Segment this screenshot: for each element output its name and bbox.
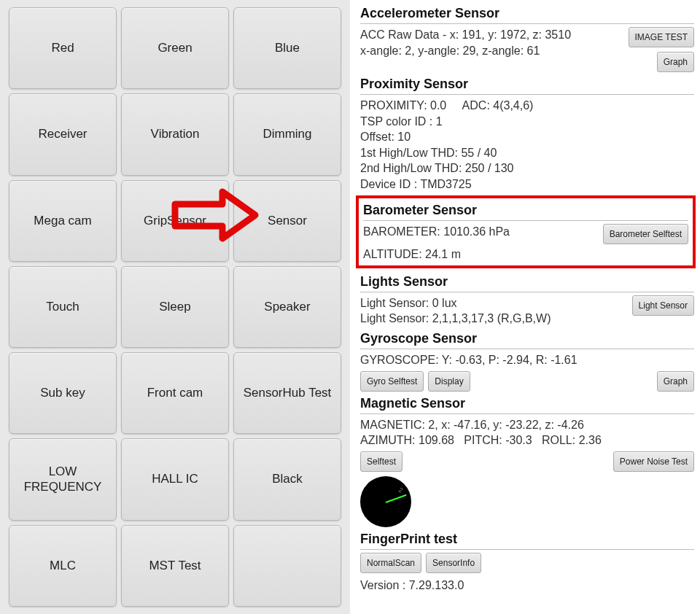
light-rgbw: Light Sensor: 2,1,1,3,17,3 (R,G,B,W) — [360, 311, 628, 327]
gyro-display-button[interactable]: Display — [428, 371, 470, 392]
accel-title: Accelerometer Sensor — [360, 4, 694, 22]
mag-value: MAGNETIC: 2, x: -47.16, y: -23.22, z: -4… — [360, 417, 694, 433]
light-section: Lights Sensor Light Sensor: 0 lux Light … — [360, 273, 694, 327]
finger-section: FingerPrint test NormalScan SensorInfo V… — [360, 530, 694, 594]
btn-label: Vibration — [151, 127, 200, 141]
btn-label: Speaker — [264, 300, 310, 314]
btn-label: Receiver — [38, 127, 87, 141]
barometer-selftest-button[interactable]: Barometer Selftest — [603, 224, 688, 244]
divider — [360, 23, 694, 24]
compass-icon: 2 — [360, 476, 411, 527]
btn-label: LOW FREQUENCY — [12, 465, 113, 494]
barometer-highlight: Barometer Sensor BAROMETER: 1010.36 hPa … — [356, 195, 696, 268]
gyro-title: Gyroscope Sensor — [360, 330, 694, 347]
accel-angle: x-angle: 2, y-angle: 29, z-angle: 61 — [360, 43, 624, 59]
grid-btn-touch[interactable]: Touch — [9, 266, 117, 348]
prox-thd1: 1st High/Low THD: 55 / 40 — [360, 145, 694, 161]
mag-section: Magnetic Sensor MAGNETIC: 2, x: -47.16, … — [360, 395, 694, 527]
grid-btn-frontcam[interactable]: Front cam — [121, 352, 229, 434]
light-title: Lights Sensor — [360, 273, 694, 290]
btn-label: Sleep — [159, 300, 190, 314]
grid-btn-vibration[interactable]: Vibration — [121, 93, 229, 175]
grid-btn-sensor[interactable]: Sensor — [233, 180, 341, 262]
btn-label: Blue — [275, 41, 300, 55]
prox-thd2: 2nd High/Low THD: 250 / 130 — [360, 160, 694, 176]
gyro-section: Gyroscope Sensor GYROSCOPE: Y: -0.63, P:… — [360, 330, 694, 392]
btn-label: MST Test — [149, 559, 201, 573]
prox-value: PROXIMITY: 0.0 ADC: 4(3,4,6) — [360, 98, 694, 114]
btn-label: Touch — [46, 300, 79, 314]
divider — [360, 292, 694, 292]
btn-label: Dimming — [262, 127, 311, 141]
normalscan-button[interactable]: NormalScan — [360, 553, 421, 573]
grid-btn-black[interactable]: Black — [233, 438, 341, 520]
grid-btn-lowfreq[interactable]: LOW FREQUENCY — [9, 438, 117, 520]
sensor-details-panel[interactable]: Accelerometer Sensor ACC Raw Data - x: 1… — [350, 0, 700, 614]
grid-btn-red[interactable]: Red — [9, 7, 117, 89]
btn-label: SensorHub Test — [244, 386, 332, 400]
mag-body: MAGNETIC: 2, x: -47.16, y: -23.22, z: -4… — [360, 417, 694, 448]
btn-label: Front cam — [147, 386, 203, 400]
gyro-graph-button[interactable]: Graph — [657, 371, 694, 392]
grid-btn-blue[interactable]: Blue — [233, 7, 341, 89]
test-grid-panel: Red Green Blue Receiver Vibration Dimmin… — [0, 0, 350, 614]
baro-title: Barometer Sensor — [363, 201, 688, 219]
prox-offset: Offset: 10 — [360, 129, 694, 145]
grid-btn-subkey[interactable]: Sub key — [9, 352, 117, 434]
baro-body: BAROMETER: 1010.36 hPa ALTITUDE: 24.1 m — [363, 224, 599, 263]
gyro-selftest-button[interactable]: Gyro Selftest — [360, 371, 424, 392]
grid-btn-msttest[interactable]: MST Test — [121, 525, 229, 607]
divider — [360, 413, 694, 414]
btn-label: Mega cam — [34, 214, 91, 228]
prox-section: Proximity Sensor PROXIMITY: 0.0 ADC: 4(3… — [360, 75, 694, 193]
divider — [363, 220, 688, 221]
grid-btn-empty[interactable] — [233, 525, 341, 607]
compass-reading: 2 — [397, 486, 404, 494]
prox-tsp: TSP color ID : 1 — [360, 114, 694, 130]
btn-label: Sub key — [40, 386, 85, 400]
accel-graph-button[interactable]: Graph — [657, 52, 694, 72]
accel-section: Accelerometer Sensor ACC Raw Data - x: 1… — [360, 4, 694, 72]
baro-altitude: ALTITUDE: 24.1 m — [363, 246, 599, 263]
light-sensor-button[interactable]: Light Sensor — [632, 295, 694, 316]
mag-selftest-button[interactable]: Selftest — [360, 451, 402, 472]
grid-btn-hallic[interactable]: HALL IC — [121, 438, 229, 520]
power-noise-test-button[interactable]: Power Noise Test — [613, 451, 694, 472]
image-test-button[interactable]: IMAGE TEST — [629, 27, 694, 47]
btn-label: HALL IC — [152, 472, 198, 486]
btn-label: Red — [51, 41, 74, 55]
divider — [360, 349, 694, 349]
btn-label: Black — [272, 472, 303, 486]
accel-body: ACC Raw Data - x: 191, y: 1972, z: 3510 … — [360, 27, 624, 58]
btn-label: GripSensor — [144, 214, 206, 228]
grid-btn-megacam[interactable]: Mega cam — [9, 180, 117, 262]
prox-title: Proximity Sensor — [360, 75, 694, 93]
light-lux: Light Sensor: 0 lux — [360, 295, 628, 311]
btn-label: MLC — [50, 559, 76, 573]
grid-btn-speaker[interactable]: Speaker — [233, 266, 341, 348]
mag-azimuth: AZIMUTH: 109.68 PITCH: -30.3 ROLL: 2.36 — [360, 432, 694, 448]
finger-title: FingerPrint test — [360, 530, 694, 548]
finger-version: Version : 7.29.133.0 — [360, 578, 694, 594]
compass-needle-icon — [386, 494, 407, 503]
btn-label: Green — [158, 41, 192, 55]
accel-raw: ACC Raw Data - x: 191, y: 1972, z: 3510 — [360, 27, 624, 43]
grid-btn-gripsensor[interactable]: GripSensor — [121, 180, 229, 262]
grid-btn-mlc[interactable]: MLC — [9, 525, 117, 607]
grid-btn-sensorhub[interactable]: SensorHub Test — [233, 352, 341, 434]
prox-device: Device ID : TMD3725 — [360, 176, 694, 193]
mag-title: Magnetic Sensor — [360, 395, 694, 412]
gyro-value: GYROSCOPE: Y: -0.63, P: -2.94, R: -1.61 — [360, 352, 694, 368]
baro-value: BAROMETER: 1010.36 hPa — [363, 224, 599, 240]
grid-btn-dimming[interactable]: Dimming — [233, 93, 341, 175]
divider — [360, 549, 694, 550]
light-body: Light Sensor: 0 lux Light Sensor: 2,1,1,… — [360, 295, 628, 327]
grid-btn-sleep[interactable]: Sleep — [121, 266, 229, 348]
grid-btn-green[interactable]: Green — [121, 7, 229, 89]
grid-btn-receiver[interactable]: Receiver — [9, 93, 117, 175]
sensorinfo-button[interactable]: SensorInfo — [426, 553, 481, 573]
prox-body: PROXIMITY: 0.0 ADC: 4(3,4,6) TSP color I… — [360, 98, 694, 193]
btn-label: Sensor — [268, 214, 307, 228]
divider — [360, 94, 694, 95]
